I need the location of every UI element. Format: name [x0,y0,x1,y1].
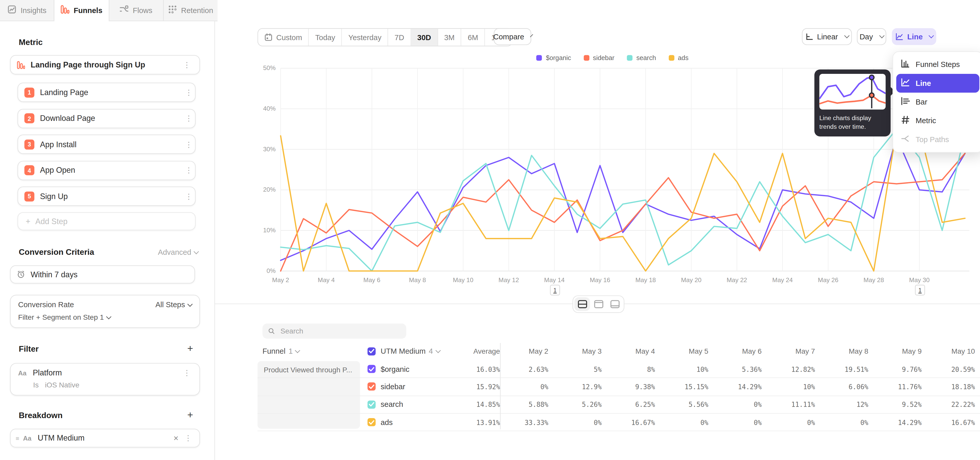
metric-kebab-icon[interactable]: ⋮ [181,60,193,69]
step-kebab-icon[interactable]: ⋮ [183,88,195,97]
step-kebab-icon[interactable]: ⋮ [183,114,195,123]
metric-card[interactable]: Landing Page through Sign Up ⋮ [10,55,200,75]
table-only-button[interactable] [607,297,622,311]
column-header-may-3[interactable]: May 3 [553,347,607,355]
step-kebab-icon[interactable]: ⋮ [183,192,195,201]
tab-flows[interactable]: Flows [109,0,164,21]
breakdown-column-header[interactable]: UTM Medium 4 [360,347,454,356]
funnel-step-4[interactable]: 4App Open⋮ [18,160,196,180]
filter-kebab-icon[interactable]: ⋮ [181,369,193,377]
conversion-rate-card: Conversion Rate All Steps Filter + Segme… [10,295,200,328]
funnel-step-5[interactable]: 5Sign Up⋮ [18,187,196,206]
cell-value: 16.67% [607,418,660,426]
table-row-sidebar[interactable]: sidebar15.92%0%12.9%9.38%15.15%14.29%10%… [258,378,980,396]
step-kebab-icon[interactable]: ⋮ [183,140,195,149]
menu-item-line[interactable]: Line [896,74,980,93]
average-column-header[interactable]: Average [454,347,500,355]
table-search[interactable] [262,324,406,339]
funnel-column-header[interactable]: Funnel 1 [258,347,360,356]
split-view-button[interactable] [574,297,590,311]
conversion-window-card[interactable]: Within 7 days [10,265,195,283]
cell-value: 18.18% [927,383,980,390]
chevron-down-icon [187,302,192,307]
clock-icon [17,270,25,279]
range-yesterday[interactable]: Yesterday [342,29,388,46]
drag-handle-icon[interactable]: ≡ [16,435,19,442]
column-header-may-10[interactable]: May 10 [927,347,980,355]
breakdown-card[interactable]: ≡ Aa UTM Medium ✕ ⋮ [10,429,200,447]
add-filter-button[interactable]: + [187,343,193,353]
filter-segment-step-dropdown[interactable]: Filter + Segment on Step 1 [18,313,192,321]
chart-type-dropdown[interactable]: Line [892,28,936,45]
step-label: App Install [40,140,76,149]
tab-insights[interactable]: Insights [0,0,55,21]
scale-dropdown[interactable]: Linear [802,28,852,45]
range-6m[interactable]: 6M [461,29,485,46]
average-value: 13.91% [454,418,500,426]
column-header-may-4[interactable]: May 4 [607,347,660,355]
line-chart-tooltip: Line charts display trends over time. [815,70,891,136]
table-row-ads[interactable]: ads13.91%33.33%0%16.67%0%0%0%0%14.29%16.… [258,414,980,431]
column-header-may-5[interactable]: May 5 [660,347,713,355]
filter-card[interactable]: Aa Platform ⋮ Is iOS Native [10,363,200,395]
range-3m[interactable]: 3M [438,29,461,46]
table-row-organic[interactable]: $organic16.03%2.63%5%8%10%5.36%12.82%19.… [258,361,980,378]
table-body: $organic16.03%2.63%5%8%10%5.36%12.82%19.… [258,361,980,431]
range-custom[interactable]: Custom [258,29,309,46]
search-input[interactable] [279,327,401,335]
row-checkbox[interactable] [368,365,375,373]
step-number-badge: 3 [24,139,35,149]
column-header-may-6[interactable]: May 6 [713,347,767,355]
row-checkbox[interactable] [368,401,375,409]
add-step-button[interactable]: + Add Step [18,212,196,230]
tab-funnels[interactable]: Funnels [55,0,109,21]
cell-value: 20.59% [927,365,980,372]
series-name: search [380,400,403,409]
range-30d[interactable]: 30D [411,29,438,46]
row-checkbox[interactable] [368,418,375,426]
tab-retention[interactable]: Retention [164,0,218,21]
column-header-may-9[interactable]: May 9 [873,347,927,355]
advanced-dropdown[interactable]: Advanced [158,248,198,257]
range-today[interactable]: Today [309,29,342,46]
menu-item-bar[interactable]: Bar [896,93,980,111]
column-header-may-7[interactable]: May 7 [767,347,820,355]
string-type-icon: Aa [18,369,27,377]
breakdown-kebab-icon[interactable]: ⋮ [182,434,194,442]
column-header-may-2[interactable]: May 2 [500,347,553,355]
funnel-step-1[interactable]: 1Landing Page⋮ [18,83,196,102]
chevron-down-icon [844,33,850,38]
cell-value: 5.36% [713,365,767,372]
annotation-badge[interactable]: 1 [915,285,925,295]
svg-text:30%: 30% [263,146,275,153]
breakdown-heading: Breakdown [19,410,62,420]
row-checkbox[interactable] [368,383,375,391]
cell-value: 5% [553,365,607,372]
annotation-badge[interactable]: 1 [550,285,560,295]
cell-value: 22.22% [927,401,980,408]
add-breakdown-button[interactable]: + [187,410,193,420]
step-kebab-icon[interactable]: ⋮ [183,166,195,174]
cell-value: 14.29% [873,418,927,426]
table-row-search[interactable]: search14.85%5.88%5.26%6.25%5.56%0%11.11%… [258,396,980,414]
add-step-label: Add Step [35,217,68,226]
select-all-checkbox[interactable] [368,347,375,355]
column-header-may-8[interactable]: May 8 [820,347,873,355]
menu-item-metric[interactable]: Metric [896,112,980,130]
cell-value: 11.76% [873,383,927,390]
insights-icon [7,5,17,16]
chart-only-button[interactable] [590,297,606,311]
cell-value: 12% [820,401,873,408]
close-icon[interactable]: ✕ [170,434,182,442]
funnel-step-3[interactable]: 3App Install⋮ [18,135,196,154]
range-7d[interactable]: 7D [388,29,411,46]
funnel-step-2[interactable]: 2Download Page⋮ [18,109,196,128]
cell-value: 0% [713,418,767,426]
menu-item-funnel-steps[interactable]: Funnel Steps [896,55,980,74]
all-steps-dropdown[interactable]: All Steps [156,300,192,309]
granularity-dropdown[interactable]: Day [857,28,886,45]
svg-text:May 22: May 22 [727,276,747,283]
compare-button[interactable]: Compare [494,28,531,45]
metric-title: Landing Page through Sign Up [30,60,145,69]
filter-value[interactable]: iOS Native [45,381,80,388]
